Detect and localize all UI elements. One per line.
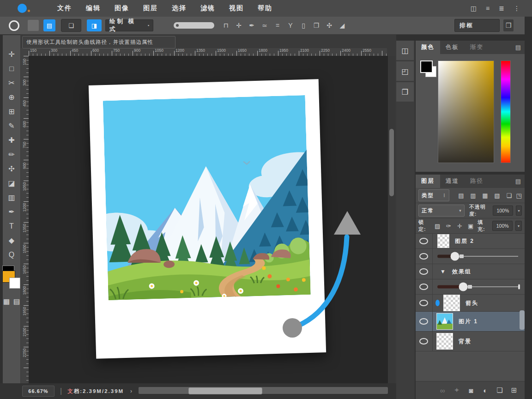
vscroll-thumb[interactable] [389, 129, 394, 196]
workspace-icon[interactable]: ≡ [486, 5, 490, 12]
standard-screen-icon[interactable]: ▦ [3, 296, 10, 307]
lasso-tool[interactable]: ✂ [4, 76, 19, 90]
grid-options-icon[interactable]: ❒ [503, 19, 514, 31]
healing-brush-tool[interactable]: ✚ [4, 133, 19, 147]
layer-row[interactable]: 图层 2 [416, 234, 525, 249]
current-tool-icon[interactable] [9, 20, 19, 31]
visibility-eye-icon[interactable] [419, 318, 428, 325]
tab-gradients[interactable]: 渐变 [465, 41, 489, 54]
new-group-icon[interactable]: ❏ [496, 385, 504, 396]
lock-paint-icon[interactable]: ✑ [444, 223, 453, 230]
filter-shape-icon[interactable]: ▧ [493, 192, 501, 199]
move-tool[interactable]: ✛ [4, 47, 19, 61]
active-mode-button[interactable]: ▤ [43, 19, 55, 31]
marquee-tool[interactable]: □ [4, 61, 19, 76]
status-chevron-icon[interactable]: › [130, 388, 132, 394]
document-canvas[interactable] [29, 56, 388, 383]
menu-item[interactable]: 帮助 [258, 4, 272, 12]
group-expander-icon[interactable]: ▼ [440, 268, 447, 275]
blend-mode-select[interactable]: 正常 ▾ [418, 205, 465, 217]
link-layers-icon[interactable]: ∞ [438, 385, 447, 396]
filter-pin-icon[interactable]: ◳ [516, 192, 522, 199]
layers-panel-menu-icon[interactable]: ▤ [515, 175, 521, 188]
visibility-eye-icon[interactable] [419, 300, 428, 306]
tab-swatches[interactable]: 色板 [440, 41, 465, 54]
measure-icon[interactable]: ⊓ [221, 20, 231, 31]
lock-transparent-icon[interactable]: ▨ [433, 223, 441, 230]
image-layer-thumbnail[interactable] [436, 313, 453, 330]
filter-type-icon[interactable]: ▦ [481, 192, 489, 199]
clone-stamp-tool[interactable]: ✣ [4, 162, 19, 176]
layer-thumbnail[interactable] [436, 333, 453, 350]
properties-panel-icon[interactable]: ◰ [396, 61, 414, 81]
eyedropper-tool[interactable]: ✎ [4, 119, 19, 133]
crop-tool[interactable]: ⊞ [4, 104, 19, 119]
share-icon[interactable]: ◫ [471, 5, 477, 12]
visibility-eye-icon[interactable] [419, 284, 428, 290]
color-swatches[interactable] [2, 266, 21, 292]
group-row[interactable]: ▼ 效果组 [416, 264, 525, 279]
layer-row-slider[interactable] [416, 249, 525, 264]
layer-row[interactable]: 背景 [416, 332, 525, 351]
menu-item[interactable]: 图层 [143, 4, 158, 12]
arrange-docs-icon[interactable]: ≣ [499, 5, 504, 12]
polaroid-photo[interactable] [89, 79, 326, 359]
menu-item[interactable]: 视图 [229, 4, 244, 12]
panels-toggle-button[interactable]: ◨ [87, 19, 102, 31]
visibility-eye-icon[interactable] [419, 338, 428, 345]
lock-all-icon[interactable]: ▣ [466, 223, 475, 230]
hue-slider[interactable] [501, 60, 511, 163]
layer-slider[interactable] [437, 279, 520, 294]
filter-smart-icon[interactable]: ❏ [505, 192, 513, 199]
brush-size-slider[interactable] [174, 22, 214, 29]
zoom-level-box[interactable]: 66.67% [22, 386, 54, 397]
color-panel-menu-icon[interactable]: ▤ [515, 41, 521, 54]
brush-tool[interactable]: ✏ [4, 147, 19, 162]
menu-item[interactable]: 滤镜 [200, 4, 215, 12]
background-color-swatch[interactable] [9, 278, 20, 289]
filter-adjustment-icon[interactable]: ▥ [469, 192, 477, 199]
lock-move-icon[interactable]: ✛ [455, 223, 464, 230]
menu-item[interactable]: 图像 [115, 4, 129, 12]
select-and-mask-button[interactable]: 排框 [454, 19, 500, 32]
pen-anchor-icon[interactable]: ✒ [247, 20, 257, 31]
zoom-tool[interactable]: Q [4, 248, 19, 262]
visibility-eye-icon[interactable] [419, 253, 428, 260]
history-panel-icon[interactable]: ◫ [396, 41, 414, 60]
transform-icon[interactable]: ✛ [234, 20, 244, 31]
layer-row-selected[interactable]: 图片 1 [416, 312, 525, 332]
canvas-horizontal-scrollbar[interactable] [139, 387, 388, 394]
libraries-panel-icon[interactable]: ❐ [396, 82, 414, 102]
device-preview-icon[interactable]: ▯ [298, 20, 308, 31]
visibility-eye-icon[interactable] [419, 268, 428, 275]
saturation-brightness-field[interactable] [438, 60, 494, 163]
new-layer-icon[interactable]: ⊞ [510, 385, 518, 396]
align-center-icon[interactable]: ✣ [324, 20, 334, 31]
tab-paths[interactable]: 路径 [465, 175, 489, 188]
tab-layers[interactable]: 图层 [416, 175, 440, 188]
adjustment-layer-icon[interactable]: ◐ [481, 385, 490, 396]
tab-color[interactable]: 颜色 [416, 41, 440, 54]
canvas-vertical-scrollbar[interactable] [388, 56, 395, 383]
layer-row-slider[interactable] [416, 279, 525, 295]
layers-scrollbar-thumb[interactable] [520, 310, 525, 330]
align-edges-icon[interactable]: ≃ [260, 20, 270, 31]
fill-value[interactable]: 100% [492, 221, 513, 231]
menu-item[interactable]: 文件 [57, 4, 72, 12]
menu-overflow-icon[interactable]: ⋮ [514, 5, 520, 12]
merge-shapes-icon[interactable]: Y [285, 20, 296, 31]
layer-filter-select[interactable]: 类型 ⋮ [418, 189, 449, 201]
eraser-tool[interactable]: ◪ [4, 176, 19, 190]
graph-icon[interactable]: ◢ [337, 20, 347, 31]
type-tool[interactable]: T [4, 219, 19, 233]
layer-effects-icon[interactable]: ✦ [453, 385, 461, 396]
pen-tool[interactable]: ✒ [4, 205, 19, 219]
layer-slider[interactable] [437, 249, 520, 264]
layer-row[interactable]: 箭头 [416, 295, 525, 312]
opacity-dropdown-icon[interactable]: ▾ [516, 206, 522, 216]
marquee-mode-button[interactable]: ❏ [61, 19, 81, 32]
arrange-layers-icon[interactable]: ❐ [311, 20, 321, 31]
menu-item[interactable]: 选择 [172, 4, 187, 12]
full-screen-icon[interactable]: ▤ [13, 296, 20, 307]
filter-pixel-icon[interactable]: ▤ [457, 192, 465, 199]
